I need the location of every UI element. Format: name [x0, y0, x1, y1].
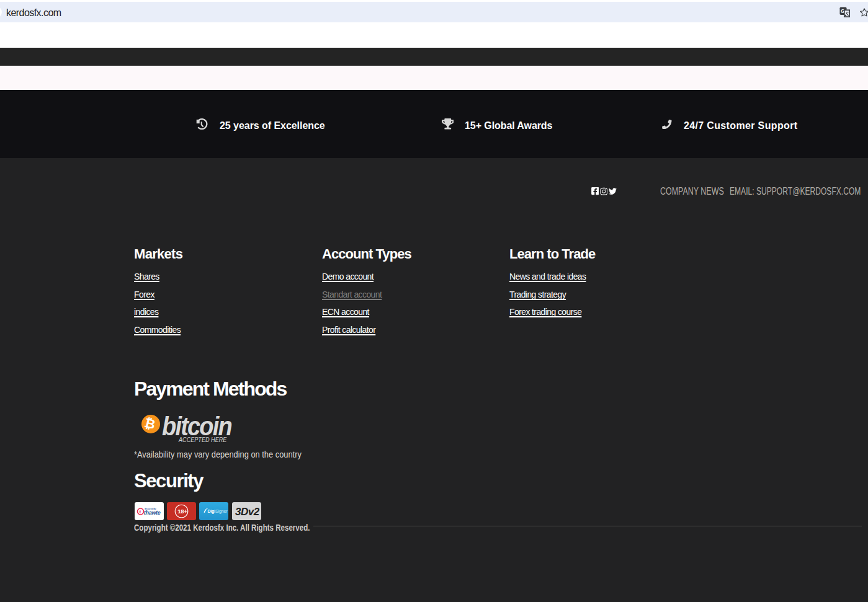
svg-text:18+: 18+	[177, 508, 187, 515]
svg-text:t: t	[140, 508, 141, 515]
svg-text:thawte: thawte	[144, 510, 161, 516]
svg-text:3Dv2: 3Dv2	[235, 506, 260, 518]
svg-text:Digi: Digi	[208, 509, 216, 514]
svg-text:Signer: Signer	[215, 509, 228, 514]
